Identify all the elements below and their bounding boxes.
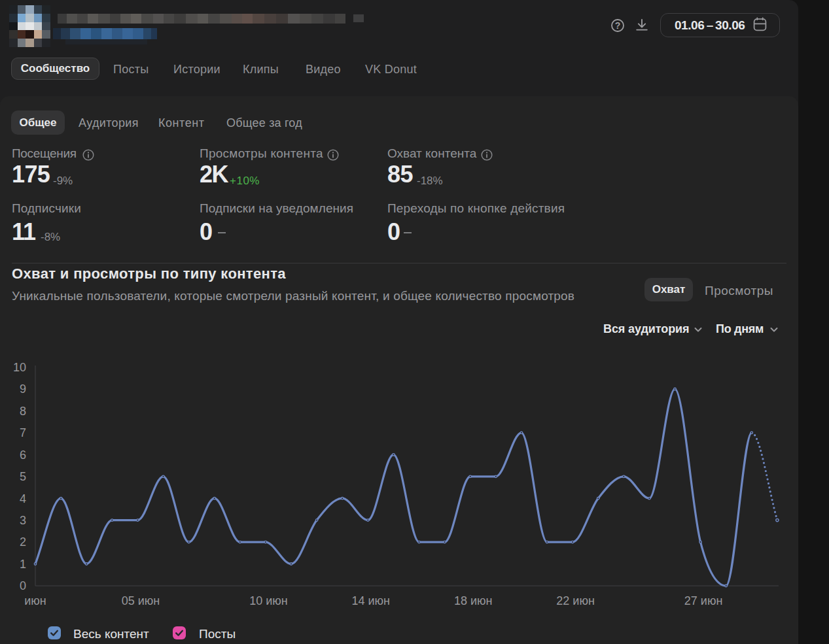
- svg-text:?: ?: [615, 20, 621, 31]
